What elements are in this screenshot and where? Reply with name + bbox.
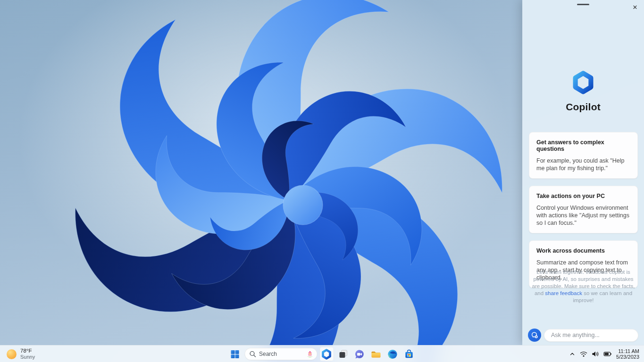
panel-title: Copilot	[522, 101, 644, 113]
disclaimer-text-after: so we can learn and improve!	[573, 290, 632, 303]
card-title: Work across documents	[536, 247, 630, 254]
card-body: Control your Windows environment with ac…	[536, 204, 630, 227]
close-icon[interactable]: ✕	[629, 1, 641, 13]
card-title: Get answers to complex questions	[536, 139, 630, 152]
share-feedback-link[interactable]: share feedback	[545, 290, 582, 296]
clock-date: 5/23/2023	[616, 354, 639, 360]
search-placeholder-text: Search	[259, 351, 301, 357]
battery-flyout-button[interactable]	[603, 351, 612, 357]
search-highlight-lotus-icon	[305, 349, 315, 359]
search-icon	[249, 351, 256, 357]
weather-temperature: 78°F	[20, 348, 35, 354]
windows-logo-icon	[231, 350, 240, 359]
taskbar-center-group: Search	[228, 346, 416, 362]
copilot-icon	[321, 349, 332, 360]
weather-condition: Sunny	[20, 354, 35, 360]
network-flyout-button[interactable]	[580, 351, 587, 357]
taskbar-app-store[interactable]	[402, 347, 416, 361]
speaker-icon	[592, 351, 599, 357]
edge-browser-icon	[387, 349, 398, 360]
ai-disclaimer: Let's learn together. Windows copilot is…	[530, 269, 637, 304]
chat-icon	[354, 349, 365, 360]
desktop: ✕ Copilot Get answers to complex questio…	[0, 0, 644, 362]
microsoft-store-icon	[404, 349, 415, 360]
task-view-icon	[338, 349, 348, 359]
weather-widget[interactable]: 78°F Sunny	[4, 346, 38, 362]
ask-me-anything-input[interactable]	[544, 329, 638, 342]
copilot-logo-icon	[571, 71, 595, 94]
panel-drag-handle[interactable]	[577, 4, 589, 5]
taskbar-app-edge[interactable]	[385, 347, 400, 361]
chat-plus-icon	[531, 331, 538, 339]
battery-icon	[603, 351, 612, 357]
chevron-up-icon	[569, 351, 576, 357]
taskbar-app-copilot[interactable]	[319, 347, 334, 361]
sunny-weather-icon	[7, 349, 17, 359]
suggestion-cards: Get answers to complex questions For exa…	[529, 132, 638, 288]
taskbar-app-file-explorer[interactable]	[369, 347, 383, 361]
taskbar-app-chat[interactable]	[352, 347, 367, 361]
new-topic-button[interactable]	[528, 329, 541, 342]
card-take-actions[interactable]: Take actions on your PC Control your Win…	[529, 186, 638, 233]
wifi-icon	[580, 351, 587, 357]
taskbar-app-task-view[interactable]	[336, 347, 350, 361]
card-complex-questions[interactable]: Get answers to complex questions For exa…	[529, 132, 638, 179]
copilot-panel: ✕ Copilot Get answers to complex questio…	[522, 0, 644, 345]
taskbar: 78°F Sunny	[0, 345, 644, 362]
card-body: For example, you could ask "Help me plan…	[536, 157, 630, 172]
file-explorer-icon	[371, 349, 382, 360]
system-tray: 11:11 AM 5/23/2023	[569, 346, 641, 362]
taskbar-search-box[interactable]: Search	[244, 348, 317, 360]
volume-flyout-button[interactable]	[592, 351, 599, 357]
clock[interactable]: 11:11 AM 5/23/2023	[616, 348, 641, 360]
tray-overflow-button[interactable]	[569, 351, 576, 357]
clock-time: 11:11 AM	[616, 348, 639, 354]
chat-input-row	[528, 329, 638, 342]
start-button[interactable]	[228, 347, 242, 361]
card-title: Take actions on your PC	[536, 193, 630, 199]
